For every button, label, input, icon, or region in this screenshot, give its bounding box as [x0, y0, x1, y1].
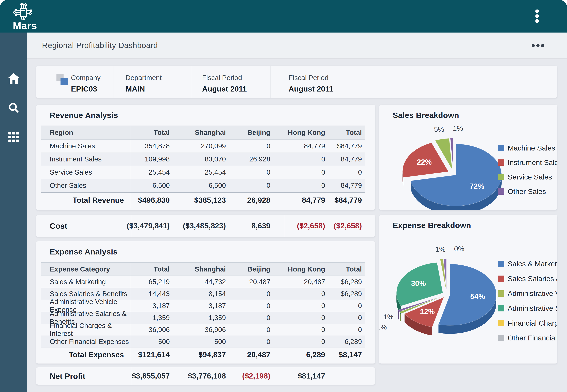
summary-value: $3,776,108: [172, 367, 228, 385]
cell-value: 8,154: [172, 288, 228, 300]
pie-percent-label: 72%: [469, 182, 484, 190]
cell-value: Total: [328, 263, 365, 276]
legend-item: Service Sales: [498, 173, 552, 181]
top-bar: Mars: [0, 0, 567, 32]
summary-value: ($3,485,823): [172, 215, 228, 237]
cell-value: 65,219: [131, 276, 172, 288]
cell-value: 0: [328, 312, 365, 323]
filter-value: August 2011: [202, 84, 247, 93]
legend-item: Sales Salaries & Benefits: [498, 275, 557, 283]
legend-item: Other Sales: [498, 187, 546, 196]
pie-percent-label: 22%: [417, 158, 432, 166]
legend-swatch: [498, 188, 504, 195]
table-row: Sales & Marketing65,21944,73220,48720,48…: [41, 276, 365, 288]
cell-value: 3,187: [131, 300, 172, 312]
pie-percent-label: 30%: [411, 279, 426, 288]
table-total-row: Total Expenses$121,614$94,83720,4876,289…: [41, 348, 365, 361]
cell-value: Shanghai: [172, 126, 228, 139]
cell-value: 0: [328, 324, 365, 336]
filter-label: Company: [71, 74, 100, 82]
filter-value: EPIC03: [71, 84, 97, 93]
cell-value: 84,779: [328, 179, 365, 192]
summary-values: $3,855,057$3,776,108($2,198)$81,147: [41, 367, 365, 385]
table-row: Instrument Sales109,99883,07026,928084,7…: [41, 153, 365, 166]
cell-value: 25,454: [172, 166, 228, 179]
row-label: Total Expenses: [41, 348, 131, 361]
cell-value: 0: [273, 324, 328, 336]
cell-value: 500: [172, 336, 228, 348]
cell-value: 270,099: [172, 140, 228, 153]
row-label: Instrument Sales: [41, 153, 131, 166]
legend-item: Administrative Salaries & Benefits: [498, 304, 557, 312]
table-row: Other Financial Expenses500500006,289: [41, 336, 365, 348]
legend-item: Financial Charges & Interest: [498, 319, 557, 327]
legend-swatch: [498, 290, 504, 297]
cell-value: 0: [228, 166, 273, 179]
cell-value: 26,928: [228, 153, 273, 166]
revenue-analysis-card: Revenue Analysis RegionTotalShanghaiBeij…: [36, 105, 375, 210]
expense-analysis-title: Expense Analysis: [50, 247, 118, 256]
legend-item: Other Financial Expenses: [498, 334, 557, 342]
summary-value: ($2,658): [328, 215, 365, 237]
cell-value: 0: [228, 312, 273, 323]
expense-breakdown-card: Expense Breakdown 54%12%1%1%30%1%0% Sale…: [379, 215, 557, 364]
cell-value: $121,614: [131, 348, 172, 361]
cell-value: 25,454: [131, 166, 172, 179]
more-options-icon[interactable]: [532, 42, 545, 49]
summary-values: ($3,479,841)($3,485,823)8,639($2,658)($2…: [41, 215, 365, 237]
cell-value: 14,443: [131, 288, 172, 300]
pie-percent-label: 0%: [454, 245, 464, 253]
row-label: Sales & Marketing: [41, 276, 131, 288]
filter-fiscal-period[interactable]: Fiscal PeriodAugust 2011: [270, 66, 369, 98]
revenue-table: RegionTotalShanghaiBeijingHong KongTotal…: [41, 126, 365, 208]
cell-value: 0: [273, 312, 328, 323]
cell-value: 20,487: [228, 348, 273, 361]
cell-value: 36,906: [131, 324, 172, 336]
filter-department[interactable]: DepartmentMAIN: [113, 66, 192, 98]
filter-label: Department: [126, 74, 162, 82]
cell-value: 0: [228, 300, 273, 312]
legend-item: Instrument Sales: [498, 158, 557, 167]
cell-value: 0: [273, 153, 328, 166]
legend-swatch: [498, 261, 504, 267]
pie-percent-label: 1%: [383, 313, 394, 321]
legend-label: Administrative Salaries & Benefits: [508, 304, 557, 312]
cost-summary-card: Cost ($3,479,841)($3,485,823)8,639($2,65…: [36, 215, 375, 237]
cell-value: Beijing: [228, 263, 273, 276]
cell-value: Total: [131, 126, 172, 139]
overlapping-squares-icon: [57, 74, 68, 86]
brand-logo: Mars: [10, 2, 54, 31]
cell-value: Hong Kong: [273, 126, 328, 139]
cell-value: $8,147: [328, 348, 365, 361]
summary-value: ($2,658): [273, 215, 328, 237]
cell-value: 354,878: [131, 140, 172, 153]
pie-percent-label: 54%: [470, 292, 485, 300]
content: CompanyEPIC03DepartmentMAINFiscal Period…: [36, 58, 557, 392]
cell-value: 0: [228, 288, 273, 300]
cell-value: Total: [131, 263, 172, 276]
cell-value: $496,830: [131, 193, 172, 208]
search-icon[interactable]: [0, 98, 27, 118]
table-row: Machine Sales354,878270,099084,779$84,77…: [41, 140, 365, 153]
filter-company[interactable]: CompanyEPIC03: [36, 66, 113, 98]
row-label: Region: [41, 126, 131, 139]
table-row: Other Sales6,5006,5000084,779: [41, 179, 365, 192]
cell-value: 0: [273, 288, 328, 300]
revenue-analysis-title: Revenue Analysis: [50, 111, 118, 120]
legend-item: Sales & Marketing: [498, 260, 557, 268]
apps-grid-icon[interactable]: [0, 127, 27, 147]
row-label: Expense Category: [41, 263, 131, 276]
filter-value: MAIN: [126, 84, 145, 93]
row-label: Total Revenue: [41, 193, 131, 208]
net-profit-card: Net Profit $3,855,057$3,776,108($2,198)$…: [36, 367, 375, 385]
table-row: Financial Charges & Interest36,90636,906…: [41, 324, 365, 336]
home-icon[interactable]: [0, 68, 27, 88]
cell-value: Hong Kong: [273, 263, 328, 276]
expense-table: Expense CategoryTotalShanghaiBeijingHong…: [41, 262, 365, 361]
filter-fiscal-period[interactable]: Fiscal PeriodAugust 2011: [192, 66, 270, 98]
kebab-menu-icon[interactable]: [532, 7, 542, 26]
legend-label: Instrument Sales: [508, 158, 557, 167]
legend-swatch: [498, 159, 504, 166]
cell-value: 0: [273, 179, 328, 192]
legend-item: Administrative Vehicle Expense: [498, 289, 557, 298]
